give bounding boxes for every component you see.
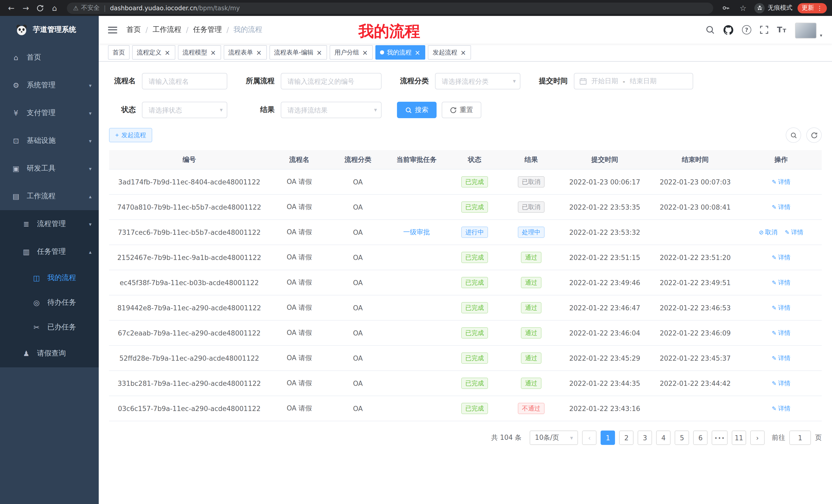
font-size-icon[interactable]: TT [777, 26, 786, 34]
page-button-6[interactable]: 6 [694, 430, 708, 445]
close-icon[interactable]: × [316, 49, 323, 56]
cell-id: 3ad174fb-7b9d-11ec-8404-acde48001122 [109, 169, 269, 194]
breadcrumb-workflow[interactable]: 工作流程 [153, 25, 181, 34]
detail-action[interactable]: ✎ 详情 [772, 278, 790, 287]
sidebar-item-my-process[interactable]: ◫ 我的流程 [0, 265, 99, 290]
process-name-input[interactable] [142, 73, 227, 89]
sidebar-item-task-mgmt[interactable]: ▥ 任务管理 ▴ [0, 238, 99, 265]
date-range-picker[interactable]: 开始日期 - 结束日期 [574, 73, 693, 89]
edit-icon: ✎ [772, 279, 777, 286]
breadcrumb-task-mgmt[interactable]: 任务管理 [193, 25, 222, 34]
sidebar-item-workflow[interactable]: ▤ 工作流程 ▴ [0, 183, 99, 210]
fullscreen-icon[interactable] [760, 26, 768, 34]
sidebar-item-todo-tasks[interactable]: ◎ 待办任务 [0, 290, 99, 315]
cancel-action[interactable]: ⊘ 取消 [759, 228, 777, 236]
browser-home-icon[interactable]: ⌂ [48, 2, 61, 14]
toggle-search-button[interactable] [786, 128, 801, 143]
page-button-5[interactable]: 5 [675, 430, 689, 445]
detail-action[interactable]: ✎ 详情 [772, 253, 790, 262]
browser-reload-icon[interactable] [34, 2, 46, 14]
close-icon[interactable]: × [460, 49, 467, 56]
cell-status: 已完成 [446, 295, 503, 320]
sidebar-item-leave-query[interactable]: ♟ 请假查询 [0, 340, 99, 367]
tab-start-process[interactable]: 发起流程 × [428, 45, 471, 60]
next-page-button[interactable]: › [750, 430, 765, 445]
more-pages-button[interactable]: ••• [712, 430, 728, 445]
category-select[interactable]: ▾ [435, 73, 520, 89]
close-icon[interactable]: × [414, 49, 421, 56]
tab-home[interactable]: 首页 [108, 45, 130, 60]
approval-task-link[interactable]: 一级审批 [403, 228, 430, 236]
detail-action[interactable]: ✎ 详情 [772, 354, 790, 362]
sidebar-item-infrastructure[interactable]: ⊡ 基础设施 ▾ [0, 127, 99, 155]
reset-button[interactable]: 重置 [442, 102, 481, 118]
sidebar-item-home[interactable]: ⌂ 首页 [0, 44, 99, 72]
goto-page-input[interactable] [789, 430, 811, 445]
chevron-up-icon: ▴ [89, 193, 92, 199]
cell-actions: ⊘ 取消 ✎ 详情 [740, 295, 822, 320]
home-icon: ⌂ [11, 53, 21, 62]
sidebar-toggle-icon[interactable] [108, 26, 117, 33]
close-icon[interactable]: × [256, 49, 262, 56]
browser-update-button[interactable]: 更新 ⋮ [798, 3, 827, 13]
refresh-button[interactable] [806, 128, 822, 143]
page-button-4[interactable]: 4 [656, 430, 671, 445]
cell-current-task [387, 245, 446, 270]
col-end-time: 结束时间 [650, 150, 740, 169]
cancel-icon: ⊘ [759, 229, 763, 235]
browser-back-icon[interactable]: ← [5, 2, 18, 14]
detail-action[interactable]: ✎ 详情 [772, 303, 790, 312]
page-size-select[interactable]: 10条/页 ▾ [530, 430, 578, 445]
detail-action[interactable]: ✎ 详情 [785, 228, 803, 236]
tab-process-definition[interactable]: 流程定义 × [132, 45, 175, 60]
password-key-icon[interactable] [719, 2, 732, 14]
page-button-2[interactable]: 2 [619, 430, 634, 445]
security-warning[interactable]: ⚠ 不安全 [73, 4, 100, 12]
page-button-1[interactable]: 1 [601, 430, 615, 445]
tab-process-model[interactable]: 流程模型 × [178, 45, 221, 60]
sidebar-item-devtools[interactable]: ▣ 研发工具 ▾ [0, 155, 99, 183]
sidebar-item-done-tasks[interactable]: ✂ 已办任务 [0, 315, 99, 340]
close-icon[interactable]: × [362, 49, 368, 56]
detail-action[interactable]: ✎ 详情 [772, 329, 790, 337]
sidebar-item-process-mgmt[interactable]: ≣ 流程管理 ▾ [0, 210, 99, 238]
tab-user-group[interactable]: 用户分组 × [330, 45, 373, 60]
sidebar-item-system[interactable]: ⚙ 系统管理 ▾ [0, 72, 99, 99]
start-process-button[interactable]: + 发起流程 [109, 128, 152, 142]
result-select[interactable]: ▾ [281, 102, 382, 118]
table-row: 3ad174fb-7b9d-11ec-8404-acde48001122 OA … [109, 169, 822, 194]
cell-category: OA [329, 295, 387, 320]
tab-process-form-edit[interactable]: 流程表单-编辑 × [269, 45, 327, 60]
chevron-down-icon: ▾ [89, 166, 92, 171]
detail-action[interactable]: ✎ 详情 [772, 404, 790, 413]
search-icon[interactable] [705, 25, 715, 34]
close-icon[interactable]: × [210, 49, 216, 56]
browser-menu-icon[interactable]: ⋮ [816, 4, 823, 11]
tab-process-form[interactable]: 流程表单 × [224, 45, 267, 60]
cell-result: 通过 [503, 245, 560, 270]
user-avatar[interactable]: ▾ [795, 22, 815, 37]
browser-forward-icon[interactable]: → [20, 2, 32, 14]
prev-page-button[interactable]: ‹ [582, 430, 597, 445]
detail-action[interactable]: ✎ 详情 [772, 203, 790, 212]
owner-process-input[interactable] [281, 73, 382, 89]
table-row: 7317cec6-7b9b-11ec-b5b7-acde48001122 OA … [109, 220, 822, 245]
detail-action[interactable]: ✎ 详情 [772, 379, 790, 388]
bookmark-star-icon[interactable]: ☆ [737, 2, 749, 14]
address-bar[interactable]: ⚠ 不安全 | dashboard.yudao.iocoder.cn/bpm/t… [67, 2, 713, 13]
close-icon[interactable]: × [164, 49, 171, 56]
avatar-image[interactable] [795, 22, 816, 38]
search-button[interactable]: 搜索 [397, 102, 437, 118]
status-select[interactable]: ▾ [142, 102, 227, 118]
detail-action[interactable]: ✎ 详情 [772, 177, 790, 186]
col-actions: 操作 [740, 150, 822, 169]
tab-my-process[interactable]: 我的流程 × [375, 45, 425, 60]
list-icon: ≣ [22, 220, 31, 228]
sidebar-item-payment[interactable]: ¥ 支付管理 ▾ [0, 99, 99, 127]
github-icon[interactable] [724, 25, 733, 35]
page-button-11[interactable]: 11 [732, 430, 746, 445]
help-icon[interactable]: ? [742, 25, 751, 34]
breadcrumb-home[interactable]: 首页 [127, 25, 141, 34]
cell-current-task [387, 295, 446, 320]
page-button-3[interactable]: 3 [638, 430, 652, 445]
